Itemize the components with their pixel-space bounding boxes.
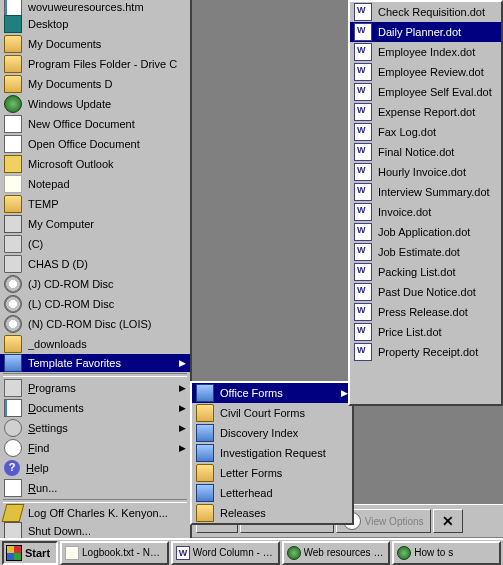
template-file-item[interactable]: Past Due Notice.dot: [350, 282, 501, 302]
label: Microsoft Outlook: [28, 158, 186, 170]
start-item[interactable]: My Computer: [0, 214, 190, 234]
start-system-item[interactable]: Documents▶: [0, 398, 190, 418]
label: Programs: [28, 382, 169, 394]
start-item[interactable]: (J) CD-ROM Disc: [0, 274, 190, 294]
label: wovuweuresources.htm: [28, 1, 186, 13]
label: _downloads: [28, 338, 186, 350]
start-item[interactable]: Program Files Folder - Drive C: [0, 54, 190, 74]
label: Notepad: [28, 178, 186, 190]
note-icon: [65, 546, 79, 560]
start-item[interactable]: (N) CD-ROM Disc (LOIS): [0, 314, 190, 334]
word-template-icon: [354, 283, 372, 301]
start-item[interactable]: My Documents D: [0, 74, 190, 94]
label: CHAS D (D): [28, 258, 186, 270]
start-item-cutoff[interactable]: wovuweuresources.htm: [0, 0, 190, 14]
submenu-arrow-icon: ▶: [179, 443, 186, 453]
label: (N) CD-ROM Disc (LOIS): [28, 318, 186, 330]
globe-icon: [397, 546, 411, 560]
taskbar-task[interactable]: How to s: [392, 541, 501, 565]
template-file-item[interactable]: Press Release.dot: [350, 302, 501, 322]
label: Employee Index.dot: [378, 46, 497, 58]
taskbar-task[interactable]: Web resources for ...: [282, 541, 391, 565]
label: Run...: [28, 482, 186, 494]
globe-icon: [287, 546, 301, 560]
template-file-item[interactable]: Price List.dot: [350, 322, 501, 342]
submenu-item[interactable]: Civil Court Forms: [192, 403, 352, 423]
template-file-item[interactable]: Job Application.dot: [350, 222, 501, 242]
submenu-arrow-icon: ▶: [179, 423, 186, 433]
start-menu: wovuweuresources.htm DesktopMy Documents…: [0, 0, 192, 540]
word-template-icon: [354, 43, 372, 61]
start-item[interactable]: My Documents: [0, 34, 190, 54]
start-item-logoff[interactable]: Log Off Charles K. Kenyon...: [0, 504, 190, 522]
label: How to s: [414, 547, 453, 558]
submenu-item-office-forms[interactable]: Office Forms ▶: [192, 383, 352, 403]
submenu-arrow-icon: ▶: [179, 358, 186, 368]
start-item[interactable]: Open Office Document: [0, 134, 190, 154]
template-file-item[interactable]: Employee Self Eval.dot: [350, 82, 501, 102]
template-file-item[interactable]: Property Receipt.dot: [350, 342, 501, 362]
start-item[interactable]: (C): [0, 234, 190, 254]
start-item[interactable]: _downloads: [0, 334, 190, 354]
word-template-icon: [354, 3, 372, 21]
label: My Documents: [28, 38, 186, 50]
submenu-item[interactable]: Letterhead: [192, 483, 352, 503]
template-file-item[interactable]: Invoice.dot: [350, 202, 501, 222]
start-system-item[interactable]: Run...: [0, 478, 190, 498]
template-file-item[interactable]: Employee Index.dot: [350, 42, 501, 62]
toolbar-close[interactable]: ✕: [433, 509, 463, 533]
submenu-item[interactable]: Letter Forms: [192, 463, 352, 483]
template-file-item[interactable]: Check Requisition.dot: [350, 2, 501, 22]
start-item[interactable]: CHAS D (D): [0, 254, 190, 274]
label: Invoice.dot: [378, 206, 497, 218]
computer-icon: [4, 215, 22, 233]
start-button[interactable]: Start: [2, 541, 58, 565]
template-file-item[interactable]: Interview Summary.dot: [350, 182, 501, 202]
template-file-item[interactable]: Daily Planner.dot: [350, 22, 501, 42]
folder-icon: [4, 75, 22, 93]
disc-icon: [4, 315, 22, 333]
taskbar-task[interactable]: Logbook.txt - Note...: [60, 541, 169, 565]
start-item[interactable]: (L) CD-ROM Disc: [0, 294, 190, 314]
start-item[interactable]: New Office Document: [0, 114, 190, 134]
start-system-item[interactable]: Settings▶: [0, 418, 190, 438]
submenu-arrow-icon: ▶: [179, 403, 186, 413]
submenu-item[interactable]: Investigation Request: [192, 443, 352, 463]
disc-icon: [4, 295, 22, 313]
label: Final Notice.dot: [378, 146, 497, 158]
template-file-item[interactable]: Expense Report.dot: [350, 102, 501, 122]
start-item[interactable]: TEMP: [0, 194, 190, 214]
label: Word Column - Micr...: [193, 547, 275, 558]
taskbar-task[interactable]: Word Column - Micr...: [171, 541, 280, 565]
start-item[interactable]: Windows Update: [0, 94, 190, 114]
start-system-item[interactable]: Find▶: [0, 438, 190, 458]
label: Desktop: [28, 18, 186, 30]
template-file-item[interactable]: Fax Log.dot: [350, 122, 501, 142]
submenu-item[interactable]: Releases: [192, 503, 352, 523]
template-file-item[interactable]: Job Estimate.dot: [350, 242, 501, 262]
template-file-item[interactable]: Hourly Invoice.dot: [350, 162, 501, 182]
word-template-icon: [354, 323, 372, 341]
label: Property Receipt.dot: [378, 346, 497, 358]
start-item[interactable]: Desktop: [0, 14, 190, 34]
label: (C): [28, 238, 186, 250]
desktop-icon: [4, 15, 22, 33]
start-system-item[interactable]: Programs▶: [0, 378, 190, 398]
start-item[interactable]: Microsoft Outlook: [0, 154, 190, 174]
label: Hourly Invoice.dot: [378, 166, 497, 178]
folder-icon: [4, 354, 22, 372]
template-file-item[interactable]: Packing List.dot: [350, 262, 501, 282]
label: Releases: [220, 507, 348, 519]
drive-icon: [4, 235, 22, 253]
start-system-item[interactable]: ?Help: [0, 458, 190, 478]
label: Windows Update: [28, 98, 186, 110]
folder-icon: [196, 384, 214, 402]
template-file-item[interactable]: Final Notice.dot: [350, 142, 501, 162]
folder-icon: [4, 335, 22, 353]
start-item-template-favorites[interactable]: Template Favorites ▶: [0, 354, 190, 372]
disc-icon: [4, 275, 22, 293]
template-file-item[interactable]: Employee Review.dot: [350, 62, 501, 82]
submenu-item[interactable]: Discovery Index: [192, 423, 352, 443]
word-template-icon: [354, 243, 372, 261]
start-item[interactable]: Notepad: [0, 174, 190, 194]
